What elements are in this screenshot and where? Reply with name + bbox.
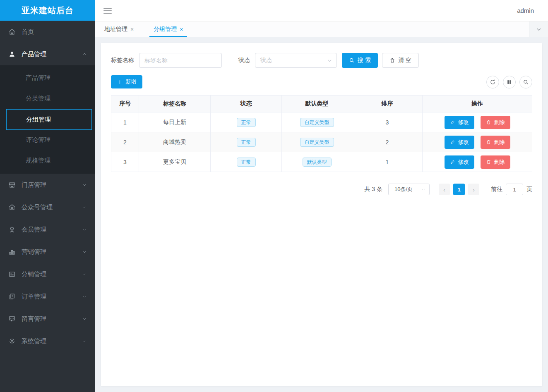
delete-button[interactable]: 删除 bbox=[481, 116, 510, 129]
edit-button[interactable]: 修改 bbox=[445, 136, 474, 149]
sidebar-item-label: 系统管理 bbox=[22, 337, 46, 345]
cell-name: 更多宝贝 bbox=[139, 152, 211, 172]
table-row: 2 商城热卖 正常 自定义类型 2 修改 bbox=[111, 132, 532, 152]
name-search-input[interactable] bbox=[139, 53, 222, 68]
official-account-icon bbox=[8, 203, 16, 211]
sidebar-item-label: 分销管理 bbox=[22, 270, 46, 278]
sidebar-item-products[interactable]: 产品管理 bbox=[0, 43, 95, 65]
sidebar-item-product-manage[interactable]: 产品管理 bbox=[0, 68, 95, 88]
status-select-placeholder: 状态 bbox=[260, 57, 272, 64]
add-button[interactable]: 新增 bbox=[111, 75, 142, 88]
sidebar-item-official-account[interactable]: 公众号管理 bbox=[0, 196, 95, 218]
row-actions: 修改 删除 bbox=[423, 116, 532, 129]
pencil-icon bbox=[450, 120, 455, 125]
col-header-name: 标签名称 bbox=[139, 96, 211, 112]
col-header-index: 序号 bbox=[111, 96, 139, 112]
column-settings-button[interactable] bbox=[503, 76, 516, 88]
sidebar-item-label: 营销管理 bbox=[22, 248, 46, 256]
sidebar-item-messages[interactable]: 留言管理 bbox=[0, 308, 95, 330]
search-button[interactable]: 搜 索 bbox=[342, 53, 378, 68]
table-toolbar: 新增 bbox=[111, 75, 532, 88]
sidebar-item-label: 门店管理 bbox=[22, 181, 46, 189]
type-badge[interactable]: 默认类型 bbox=[303, 158, 332, 167]
cell-name: 每日上新 bbox=[139, 112, 211, 132]
sidebar-item-category-manage[interactable]: 分类管理 bbox=[0, 88, 95, 109]
name-field-label: 标签名称 bbox=[111, 57, 134, 64]
sidebar: 亚米建站后台 首页 产品管理 产品管理 分类管理 分组管理 评论管理 规格管理 … bbox=[0, 0, 95, 392]
type-badge[interactable]: 自定义类型 bbox=[300, 138, 334, 147]
table-row: 1 每日上新 正常 自定义类型 3 修改 bbox=[111, 112, 532, 132]
status-badge[interactable]: 正常 bbox=[237, 158, 256, 167]
next-page-button[interactable]: › bbox=[468, 184, 479, 195]
chevron-down-icon bbox=[82, 339, 87, 344]
table-search-button[interactable] bbox=[519, 76, 532, 88]
search-form: 标签名称 状态 状态 搜 索 bbox=[111, 53, 532, 68]
user-icon bbox=[8, 50, 16, 58]
row-actions: 修改 删除 bbox=[423, 136, 532, 149]
hamburger-menu-icon[interactable] bbox=[103, 6, 112, 15]
sidebar-item-label: 订单管理 bbox=[22, 293, 46, 301]
sidebar-item-comment-manage[interactable]: 评论管理 bbox=[0, 130, 95, 151]
sidebar-item-stores[interactable]: 门店管理 bbox=[0, 174, 95, 196]
status-badge[interactable]: 正常 bbox=[237, 118, 256, 127]
page-size-select[interactable]: 10条/页 bbox=[388, 184, 430, 195]
delete-button[interactable]: 删除 bbox=[481, 155, 510, 169]
col-header-type: 默认类型 bbox=[282, 96, 352, 112]
sidebar-item-home[interactable]: 首页 bbox=[0, 21, 95, 43]
user-menu[interactable]: admin bbox=[517, 7, 534, 14]
shop-icon bbox=[8, 181, 16, 189]
app-title: 亚米建站后台 bbox=[0, 0, 95, 21]
pagination: 共 3 条 10条/页 ‹ 1 › 前往 页 bbox=[111, 184, 532, 195]
chevron-down-icon bbox=[82, 182, 87, 187]
edit-button[interactable]: 修改 bbox=[445, 155, 474, 169]
clear-button[interactable]: 清 空 bbox=[382, 53, 419, 68]
data-table: 序号 标签名称 状态 默认类型 排序 操作 1 每日上新 正常 自定义类型 3 bbox=[111, 95, 532, 172]
sidebar-item-label: 会员管理 bbox=[22, 226, 46, 234]
sidebar-item-label: 公众号管理 bbox=[22, 203, 53, 211]
sidebar-item-group-manage[interactable]: 分组管理 bbox=[6, 109, 92, 130]
trash-icon bbox=[389, 57, 395, 63]
cell-index: 3 bbox=[111, 152, 139, 172]
status-field-label: 状态 bbox=[238, 57, 250, 64]
page-content: 标签名称 状态 状态 搜 索 bbox=[95, 37, 548, 392]
table-tools bbox=[486, 76, 532, 88]
prev-page-button[interactable]: ‹ bbox=[439, 184, 450, 195]
tab-group-manage[interactable]: 分组管理 × bbox=[149, 22, 187, 37]
sidebar-item-marketing[interactable]: 营销管理 bbox=[0, 241, 95, 263]
delete-button[interactable]: 删除 bbox=[481, 136, 510, 149]
pencil-icon bbox=[450, 159, 455, 165]
tab-bar: 地址管理 × 分组管理 × bbox=[95, 22, 548, 37]
sidebar-item-spec-manage[interactable]: 规格管理 bbox=[0, 151, 95, 171]
chevron-down-icon bbox=[421, 187, 426, 192]
tab-dropdown-button[interactable] bbox=[529, 22, 548, 37]
page-number-1[interactable]: 1 bbox=[453, 184, 465, 195]
chevron-down-icon bbox=[327, 58, 332, 63]
status-badge[interactable]: 正常 bbox=[237, 138, 256, 147]
cell-sort: 2 bbox=[352, 132, 423, 152]
status-select[interactable]: 状态 bbox=[255, 53, 337, 68]
sidebar-item-system[interactable]: 系统管理 bbox=[0, 330, 95, 352]
top-header: admin bbox=[95, 0, 548, 22]
search-icon bbox=[523, 79, 529, 85]
table-header-row: 序号 标签名称 状态 默认类型 排序 操作 bbox=[111, 96, 532, 112]
edit-button[interactable]: 修改 bbox=[445, 116, 474, 129]
gear-icon bbox=[8, 337, 16, 345]
main-area: admin 地址管理 × 分组管理 × 标签名称 状态 状态 bbox=[95, 0, 548, 392]
refresh-button[interactable] bbox=[486, 76, 499, 88]
close-icon[interactable]: × bbox=[130, 26, 134, 33]
sidebar-item-members[interactable]: 会员管理 bbox=[0, 218, 95, 241]
content-card: 标签名称 状态 状态 搜 索 bbox=[101, 43, 542, 386]
sidebar-item-label: 留言管理 bbox=[22, 315, 46, 323]
plus-icon bbox=[117, 79, 123, 85]
grid-icon bbox=[507, 79, 512, 85]
tab-label: 分组管理 bbox=[154, 26, 177, 33]
type-badge[interactable]: 自定义类型 bbox=[300, 118, 334, 127]
goto-page-input[interactable] bbox=[506, 184, 523, 195]
sidebar-item-orders[interactable]: 订单管理 bbox=[0, 285, 95, 308]
sidebar-item-distribution[interactable]: 分销管理 bbox=[0, 263, 95, 285]
close-icon[interactable]: × bbox=[180, 26, 183, 33]
refresh-icon bbox=[490, 79, 496, 85]
col-header-sort: 排序 bbox=[352, 96, 423, 112]
sidebar-submenu-products: 产品管理 分类管理 分组管理 评论管理 规格管理 bbox=[0, 65, 95, 174]
tab-address-manage[interactable]: 地址管理 × bbox=[100, 22, 138, 37]
